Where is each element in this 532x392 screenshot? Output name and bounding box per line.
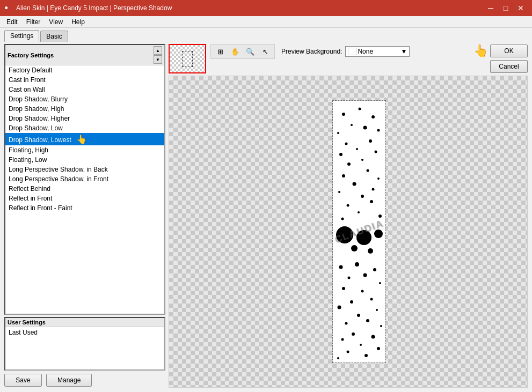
svg-point-28 xyxy=(374,230,383,238)
user-settings-box: User Settings Last Used xyxy=(4,317,165,371)
menu-bar: Edit Filter View Help xyxy=(0,16,532,28)
ok-btn-row: 👆 OK xyxy=(473,44,528,58)
svg-point-24 xyxy=(378,215,382,218)
preview-bg-value: None xyxy=(358,48,373,55)
svg-point-36 xyxy=(379,282,381,284)
tab-basic[interactable]: Basic xyxy=(40,31,68,42)
svg-point-6 xyxy=(363,126,367,130)
preview-bg-select[interactable]: None ▼ xyxy=(345,46,410,57)
thumb-selection xyxy=(182,51,193,67)
svg-point-34 xyxy=(347,277,350,279)
svg-point-12 xyxy=(361,159,363,161)
minimize-button[interactable]: ─ xyxy=(484,2,498,14)
list-item[interactable]: Reflect Behind xyxy=(5,184,164,194)
window-controls: ─ □ ✕ xyxy=(484,2,528,14)
svg-point-3 xyxy=(351,124,353,126)
arrow-tool-button[interactable]: ↖ xyxy=(258,46,272,57)
menu-edit[interactable]: Edit xyxy=(2,17,22,27)
svg-point-47 xyxy=(352,332,355,336)
settings-list-box: Factory Settings ▲ ▼ Factory Default Cas… xyxy=(4,44,165,315)
menu-filter[interactable]: Filter xyxy=(22,17,45,27)
svg-point-43 xyxy=(357,314,360,317)
title-bar: ● Alien Skin | Eye Candy 5 Impact | Pers… xyxy=(0,0,532,16)
top-right-area: ⊞ ✋ 🔍 ↖ Preview Background: None ▼ xyxy=(169,44,528,73)
list-item[interactable]: Long Perspective Shadow, in Front xyxy=(5,174,164,184)
svg-point-26 xyxy=(336,226,353,243)
ok-hand-icon: 👆 xyxy=(473,44,488,58)
svg-point-22 xyxy=(370,200,373,203)
close-button[interactable]: ✕ xyxy=(514,2,528,14)
list-item[interactable]: Reflect in Front - Faint xyxy=(5,203,164,213)
svg-point-53 xyxy=(365,354,368,357)
scroll-up-button[interactable]: ▲ xyxy=(154,46,162,55)
svg-point-7 xyxy=(345,143,347,145)
list-item-selected[interactable]: Drop Shadow, Lowest 👆 xyxy=(5,133,164,145)
list-item[interactable]: Drop Shadow, Blurry xyxy=(5,94,164,104)
svg-point-44 xyxy=(345,322,347,325)
tabs-row: Settings Basic xyxy=(0,28,532,42)
last-used-item[interactable]: Last Used xyxy=(5,327,164,338)
svg-point-45 xyxy=(366,319,369,322)
factory-settings-header: Factory Settings ▲ ▼ xyxy=(5,45,164,65)
svg-point-4 xyxy=(377,129,380,132)
maximize-button[interactable]: □ xyxy=(499,2,513,14)
cancel-button[interactable]: Cancel xyxy=(490,60,528,73)
svg-point-17 xyxy=(352,182,356,186)
save-button[interactable]: Save xyxy=(4,374,42,387)
svg-point-11 xyxy=(374,151,377,153)
svg-point-8 xyxy=(369,139,372,143)
tab-settings[interactable]: Settings xyxy=(4,30,39,42)
ok-cancel-area: 👆 OK Cancel xyxy=(473,44,528,73)
list-item[interactable]: Drop Shadow, High xyxy=(5,104,164,114)
preview-bg-color-swatch xyxy=(348,48,356,55)
list-item[interactable]: Reflect in Front xyxy=(5,194,164,203)
svg-point-1 xyxy=(358,108,361,110)
svg-point-29 xyxy=(351,245,358,252)
tool-toolbar: ⊞ ✋ 🔍 ↖ xyxy=(210,44,275,59)
list-item[interactable]: Cast in Front xyxy=(5,75,164,85)
list-item[interactable]: Floating, Low xyxy=(5,155,164,165)
svg-point-10 xyxy=(339,153,342,156)
polka-dot-image: CLAUDIA xyxy=(332,100,386,363)
svg-point-52 xyxy=(346,351,349,353)
list-item[interactable]: Long Perspective Shadow, in Back xyxy=(5,165,164,174)
app-icon: ● xyxy=(4,4,13,12)
svg-point-40 xyxy=(370,298,373,301)
menu-help[interactable]: Help xyxy=(67,17,89,27)
polka-inner: CLAUDIA xyxy=(333,101,385,363)
manage-button[interactable]: Manage xyxy=(46,374,92,387)
settings-scroll-area[interactable]: Factory Default Cast in Front Cast on Wa… xyxy=(5,65,164,314)
left-panel: Factory Settings ▲ ▼ Factory Default Cas… xyxy=(4,44,165,388)
svg-point-18 xyxy=(371,188,374,191)
scroll-down-button[interactable]: ▼ xyxy=(154,55,162,64)
menu-view[interactable]: View xyxy=(45,17,67,27)
svg-point-2 xyxy=(371,115,375,119)
svg-point-27 xyxy=(356,230,371,245)
right-panel: ⊞ ✋ 🔍 ↖ Preview Background: None ▼ xyxy=(169,44,528,388)
preview-thumbnail xyxy=(169,44,206,73)
zoom-fit-button[interactable]: ⊞ xyxy=(213,46,227,57)
list-item[interactable]: Factory Default xyxy=(5,65,164,75)
ok-button[interactable]: OK xyxy=(490,45,528,57)
svg-point-14 xyxy=(366,169,369,172)
svg-point-0 xyxy=(342,113,345,116)
svg-point-35 xyxy=(363,273,367,277)
svg-point-33 xyxy=(373,268,376,271)
left-buttons: Save Manage xyxy=(4,373,165,388)
svg-point-9 xyxy=(356,148,358,150)
svg-point-46 xyxy=(380,325,382,327)
list-item[interactable]: Floating, High xyxy=(5,145,164,155)
list-item[interactable]: Drop Shadow, Low xyxy=(5,123,164,133)
list-item[interactable]: Cast on Wall xyxy=(5,85,164,94)
svg-point-49 xyxy=(371,335,375,339)
hand-tool-button[interactable]: ✋ xyxy=(228,46,242,57)
preview-bg-label: Preview Background: xyxy=(281,48,342,55)
svg-point-50 xyxy=(360,344,362,346)
svg-point-41 xyxy=(337,306,341,309)
svg-point-25 xyxy=(341,218,344,220)
list-item[interactable]: Drop Shadow, Higher xyxy=(5,114,164,123)
zoom-button[interactable]: 🔍 xyxy=(243,46,257,57)
svg-point-21 xyxy=(346,204,349,207)
svg-point-15 xyxy=(342,174,345,177)
svg-point-5 xyxy=(337,132,339,134)
